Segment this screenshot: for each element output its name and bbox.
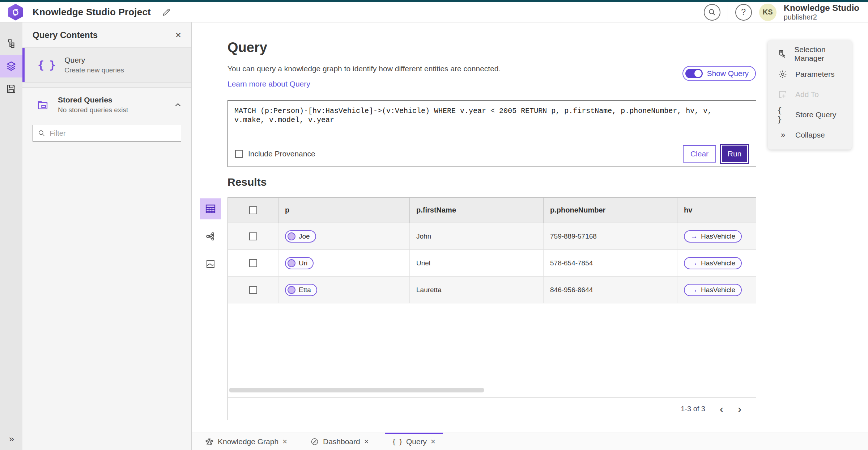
tab-query[interactable]: { } Query × [385,433,443,450]
query-editor[interactable]: MATCH (p:Person)-[hv:HasVehicle]->(v:Veh… [228,101,756,141]
map-view-button[interactable] [200,253,221,274]
query-actions-panel: Selection Manager Parameters Add To { } … [768,40,852,150]
relationship-label: HasVehicle [701,259,735,267]
horizontal-scrollbar[interactable] [229,388,484,392]
show-query-toggle[interactable]: Show Query [682,66,756,81]
left-icon-rail: » [0,22,22,450]
relationship-label: HasVehicle [701,232,735,240]
entity-pill[interactable]: Etta [285,284,317,296]
close-tab-icon[interactable]: × [431,437,435,446]
query-item-title: Query [64,56,124,64]
entity-pill[interactable]: Uri [285,257,314,269]
run-button[interactable]: Run [721,145,748,163]
column-header-p[interactable]: p [278,198,410,223]
collapse-panel-button[interactable]: » Collapse [768,125,852,145]
stored-queries-title: Stored Queries [58,96,128,104]
knowledge-graph-icon [205,437,214,446]
cell-firstname: John [410,223,544,249]
relationship-pill[interactable]: →HasVehicle [684,230,742,243]
page-title: Query [227,40,267,55]
tab-dashboard[interactable]: Dashboard × [303,433,376,450]
cell-phonenumber: 759-889-57168 [544,223,677,249]
table-row: Uri Uriel 578-654-7854 →HasVehicle [228,250,756,277]
entity-node-icon [288,259,295,267]
braces-icon: { } [38,59,55,71]
query-editor-footer: Include Provenance Clear Run [228,141,756,167]
tab-label: Knowledge Graph [218,437,278,446]
column-header-firstname[interactable]: p.firstName [410,198,544,223]
user-avatar[interactable]: KS [759,4,776,21]
help-icon: ? [741,7,746,17]
arrow-right-icon: → [690,286,698,294]
filter-input[interactable] [50,129,176,138]
parameters-button[interactable]: Parameters [768,64,852,84]
cell-phonenumber: 578-654-7854 [544,250,677,276]
close-tab-icon[interactable]: × [364,437,369,446]
entity-node-icon [288,232,295,240]
tab-knowledge-graph[interactable]: Knowledge Graph × [198,433,294,450]
relationship-pill[interactable]: →HasVehicle [684,284,742,296]
graph-view-button[interactable] [200,226,221,247]
close-tab-icon[interactable]: × [282,437,287,446]
cell-firstname: Uriel [410,250,544,276]
results-table: p p.firstName p.phoneNumber hv Joe John … [227,197,756,420]
add-to-button: Add To [768,84,852,105]
query-editor-box: MATCH (p:Person)-[hv:HasVehicle]->(v:Veh… [227,100,756,167]
store-query-button[interactable]: { } Store Query [768,105,852,125]
column-header-hv[interactable]: hv [677,198,756,223]
next-page-button[interactable]: › [738,404,741,415]
sidebar-item-data-model[interactable] [0,33,22,55]
sidebar-item-contents[interactable] [0,55,22,77]
action-label: Collapse [795,131,825,139]
app-header: Knowledge Studio Project ? KS Knowledge … [0,2,868,22]
braces-icon: { } [777,106,788,124]
entity-label: Etta [299,286,311,294]
double-chevron-icon: » [9,433,13,445]
braces-icon: { } [392,438,402,446]
layers-icon [5,60,17,72]
select-all-checkbox[interactable] [249,206,257,214]
previous-page-button[interactable]: ‹ [720,404,723,415]
sidebar-item-query[interactable]: { } Query Create new queries [22,48,191,83]
entity-label: Uri [299,259,307,267]
help-button[interactable]: ? [735,4,752,21]
selection-manager-button[interactable]: Selection Manager [768,44,852,64]
close-panel-button[interactable]: × [175,30,181,40]
edit-project-title-button[interactable] [162,8,171,17]
row-checkbox[interactable] [249,259,257,267]
clear-button[interactable]: Clear [683,145,716,163]
row-checkbox[interactable] [249,286,257,294]
table-view-button[interactable] [200,198,221,219]
query-description: You can query a knowledge graph to ident… [227,64,501,73]
include-provenance-label: Include Provenance [248,150,315,158]
app-logo-icon[interactable] [8,4,23,21]
panel-title: Query Contents [33,30,98,40]
include-provenance-checkbox[interactable] [235,150,243,158]
expand-rail-button[interactable]: » [0,430,22,447]
user-info: Knowledge Studio publisher2 [784,3,859,21]
arrow-right-icon: → [690,259,698,267]
column-header-phonenumber[interactable]: p.phoneNumber [544,198,677,223]
action-label: Add To [795,90,819,99]
relationship-pill[interactable]: →HasVehicle [684,257,742,269]
pagination: 1-3 of 3 ‹ › [228,398,756,420]
stored-queries-filter [33,125,181,142]
sidebar-item-save[interactable] [0,77,22,100]
search-button[interactable] [704,4,720,21]
entity-pill[interactable]: Joe [285,230,316,243]
selection-manager-icon [777,49,787,59]
page-range: 1-3 of 3 [681,405,705,413]
header-actions: ? KS Knowledge Studio publisher2 [704,3,868,21]
toggle-knob [694,70,702,77]
row-checkbox[interactable] [249,232,257,240]
learn-more-link[interactable]: Learn more about Query [227,80,310,88]
collapse-section-button[interactable] [174,101,182,109]
entity-label: Joe [299,232,310,240]
entity-node-icon [288,286,295,294]
gear-icon [777,70,788,79]
user-name: publisher2 [784,13,859,21]
results-heading: Results [227,176,267,188]
action-label: Store Query [795,110,836,119]
stored-queries-section[interactable]: Stored Queries No stored queries exist [22,88,191,119]
cell-phonenumber: 846-956-8644 [544,277,677,303]
